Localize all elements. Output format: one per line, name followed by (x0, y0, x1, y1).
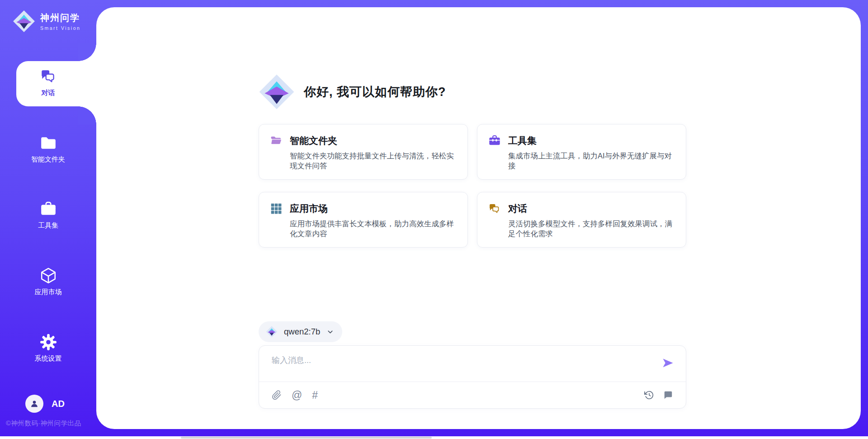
hashtag-icon: # (312, 390, 318, 401)
sidebar-item-label: 工具集 (38, 221, 58, 230)
user-chip[interactable]: AD (25, 395, 65, 413)
card-chat[interactable]: 对话 灵活切换多模型文件，支持多样回复效果调试，满足个性化需求 (477, 192, 686, 248)
card-title: 智能文件夹 (290, 134, 337, 147)
main-panel: 你好, 我可以如何帮助你? 智能文件夹 智能文件夹功能支持批量文件上传与清洗，轻… (96, 7, 861, 429)
history-button[interactable] (644, 390, 654, 400)
gear-icon (40, 334, 57, 351)
avatar (25, 395, 43, 413)
briefcase-icon (488, 134, 501, 147)
chat-bubbles-icon (488, 202, 501, 215)
gem-diamond-icon (266, 326, 278, 338)
horizontal-scrollbar[interactable] (0, 436, 868, 439)
attach-button[interactable] (272, 390, 282, 400)
gem-diamond-icon (259, 74, 295, 110)
brand-name: 神州问学 (40, 12, 80, 24)
card-toolset[interactable]: 工具集 集成市场上主流工具，助力AI与外界无缝扩展与对接 (477, 124, 686, 180)
send-button[interactable] (661, 357, 674, 369)
message-composer: @ # (259, 345, 686, 409)
copyright-text: ©神州数码·神州问学出品 (6, 419, 81, 428)
sidebar-item-label: 系统设置 (35, 354, 62, 363)
card-description: 集成市场上主流工具，助力AI与外界无缝扩展与对接 (508, 151, 675, 171)
model-selector[interactable]: qwen2:7b (259, 321, 342, 342)
user-name: AD (52, 399, 65, 409)
mention-button[interactable]: @ (292, 390, 302, 401)
card-title: 对话 (508, 202, 527, 215)
mention-icon: @ (292, 390, 302, 401)
gem-diamond-icon (13, 10, 35, 33)
card-title: 工具集 (508, 134, 537, 147)
sidebar-item-label: 对话 (42, 89, 55, 97)
sidebar-item-toolset[interactable]: 工具集 (0, 200, 96, 230)
message-input[interactable] (272, 355, 651, 378)
cube-icon (40, 267, 57, 284)
chevron-down-icon (326, 328, 334, 336)
card-title: 应用市场 (290, 202, 328, 215)
send-arrow-icon (661, 357, 674, 369)
grid-icon (270, 202, 283, 215)
greeting: 你好, 我可以如何帮助你? (259, 74, 686, 110)
nav-active-flare-bottom (78, 106, 96, 124)
briefcase-icon (40, 200, 57, 218)
paperclip-icon (272, 390, 282, 400)
chat-home-content: 你好, 我可以如何帮助你? 智能文件夹 智能文件夹功能支持批量文件上传与清洗，轻… (259, 7, 686, 409)
person-icon (29, 399, 39, 409)
brand-subtitle: Smart Vision (40, 25, 80, 31)
history-icon (644, 390, 654, 400)
card-app-market[interactable]: 应用市场 应用市场提供丰富长文本模板，助力高效生成多样化文章内容 (259, 192, 468, 248)
card-description: 灵活切换多模型文件，支持多样回复效果调试，满足个性化需求 (508, 219, 675, 239)
feature-cards: 智能文件夹 智能文件夹功能支持批量文件上传与清洗，轻松实现文件问答 工具集 集成… (259, 124, 686, 248)
feedback-button[interactable] (663, 390, 673, 400)
greeting-title: 你好, 我可以如何帮助你? (304, 84, 446, 100)
message-icon (663, 390, 673, 400)
folder-icon (40, 134, 57, 152)
hashtag-button[interactable]: # (312, 390, 318, 401)
model-name: qwen2:7b (284, 327, 320, 337)
nav-active-flare-top (78, 43, 96, 61)
sidebar-item-label: 智能文件夹 (31, 155, 65, 164)
sidebar: 神州问学 Smart Vision 对话 智能文件夹 工具集 应用市场 系统设置… (0, 0, 96, 439)
card-smart-folder[interactable]: 智能文件夹 智能文件夹功能支持批量文件上传与清洗，轻松实现文件问答 (259, 124, 468, 180)
card-description: 应用市场提供丰富长文本模板，助力高效生成多样化文章内容 (290, 219, 457, 239)
card-description: 智能文件夹功能支持批量文件上传与清洗，轻松实现文件问答 (290, 151, 457, 171)
composer-toolbar: @ # (272, 388, 673, 402)
sidebar-item-settings[interactable]: 系统设置 (0, 334, 96, 363)
composer-divider (259, 382, 686, 382)
sidebar-item-label: 应用市场 (35, 288, 62, 296)
sidebar-item-app-market[interactable]: 应用市场 (0, 267, 96, 296)
folder-open-icon (270, 134, 283, 147)
sidebar-item-smart-folder[interactable]: 智能文件夹 (0, 134, 96, 164)
scrollbar-thumb[interactable] (181, 437, 432, 439)
sidebar-item-chat[interactable]: 对话 (0, 68, 96, 97)
chat-bubbles-icon (40, 68, 57, 85)
brand: 神州问学 Smart Vision (13, 10, 80, 33)
